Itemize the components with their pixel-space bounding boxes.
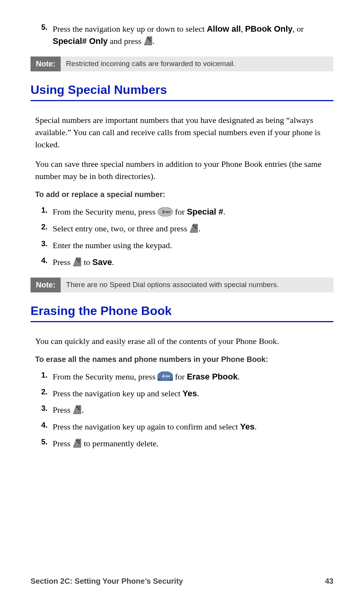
note-text: There are no Speed Dial options associat…	[61, 278, 284, 292]
step-number: 1.	[41, 371, 53, 383]
step-text: Press the navigation key up or down to s…	[53, 23, 333, 47]
ok-key-icon	[72, 438, 82, 448]
step-text: Press to permanently delete.	[53, 437, 159, 450]
note-box-1: Note: Restricted incoming calls are forw…	[31, 57, 333, 71]
key-4-icon	[158, 371, 173, 381]
list-item: 2. Press the navigation key up and selec…	[31, 387, 333, 400]
step-number: 2.	[41, 223, 53, 235]
step-number: 2.	[41, 387, 53, 400]
list-item: 1. From the Security menu, press for Era…	[31, 371, 333, 383]
subheading: To erase all the names and phone numbers…	[35, 355, 329, 364]
note-label: Note:	[31, 57, 61, 71]
step-text: Select entry one, two, or three and pres…	[53, 223, 201, 235]
heading-erasing-phone-book: Erasing the Phone Book	[31, 304, 333, 322]
ok-key-icon	[189, 223, 198, 233]
paragraph: You can save three special numbers in ad…	[35, 158, 329, 182]
step-text: Press the navigation key up again to con…	[53, 421, 257, 433]
step-text: Press the navigation key up and select Y…	[53, 387, 199, 400]
step-text: From the Security menu, press for Erase …	[53, 371, 240, 383]
step-text: Press to Save.	[53, 256, 114, 268]
note-box-2: Note: There are no Speed Dial options as…	[31, 278, 333, 292]
step-number: 5.	[41, 23, 53, 47]
footer-section: Section 2C: Setting Your Phone’s Securit…	[31, 577, 183, 586]
page-footer: Section 2C: Setting Your Phone’s Securit…	[31, 577, 333, 586]
step-number: 3.	[41, 404, 53, 416]
list-item: 2. Select entry one, two, or three and p…	[31, 223, 333, 235]
heading-using-special-numbers: Using Special Numbers	[31, 83, 333, 101]
subheading: To add or replace a special number:	[35, 190, 329, 199]
paragraph: You can quickly and easily erase all of …	[35, 335, 329, 347]
paragraph: Special numbers are important numbers th…	[35, 114, 329, 151]
note-text: Restricted incoming calls are forwarded …	[61, 57, 241, 71]
note-label: Note:	[31, 278, 61, 292]
list-item: 1. From the Security menu, press for Spe…	[31, 206, 333, 218]
step-number: 4.	[41, 421, 53, 433]
list-item: 3. Enter the number using the keypad.	[31, 239, 333, 252]
step-number: 5.	[41, 437, 53, 450]
step-text: Press .	[53, 404, 84, 416]
ok-key-icon	[72, 405, 82, 415]
list-item: 4. Press the navigation key up again to …	[31, 421, 333, 433]
list-item: 4. Press to Save.	[31, 256, 333, 268]
step-5-prev: 5. Press the navigation key up or down t…	[31, 23, 333, 47]
ok-key-icon	[72, 257, 82, 267]
footer-page-number: 43	[325, 577, 333, 586]
key-3-icon	[158, 207, 173, 216]
step-text: From the Security menu, press for Specia…	[53, 206, 225, 218]
step-text: Enter the number using the keypad.	[53, 239, 172, 252]
step-number: 3.	[41, 239, 53, 252]
ok-key-icon	[143, 36, 153, 46]
list-item: 3. Press .	[31, 404, 333, 416]
step-number: 4.	[41, 256, 53, 268]
list-item: 5. Press to permanently delete.	[31, 437, 333, 450]
step-number: 1.	[41, 206, 53, 218]
